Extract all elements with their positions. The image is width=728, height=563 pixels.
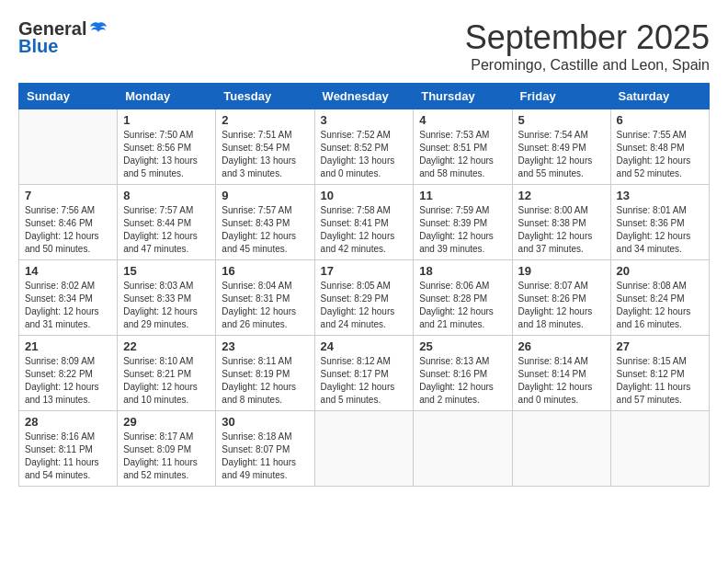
day-number: 26	[518, 339, 605, 353]
calendar-day-cell: 30Sunrise: 8:18 AMSunset: 8:07 PMDayligh…	[216, 411, 314, 487]
day-info: Sunrise: 8:16 AMSunset: 8:11 PMDaylight:…	[25, 431, 111, 482]
calendar-day-cell: 1Sunrise: 7:50 AMSunset: 8:56 PMDaylight…	[118, 109, 216, 185]
day-number: 11	[419, 189, 506, 202]
calendar-day-cell: 5Sunrise: 7:54 AMSunset: 8:49 PMDaylight…	[512, 109, 610, 185]
day-number: 18	[419, 264, 506, 278]
calendar-day-cell: 10Sunrise: 7:58 AMSunset: 8:41 PMDayligh…	[314, 185, 414, 260]
day-number: 14	[25, 264, 111, 278]
day-info: Sunrise: 7:57 AMSunset: 8:44 PMDaylight:…	[123, 204, 210, 256]
day-number: 20	[617, 264, 703, 278]
day-info: Sunrise: 7:58 AMSunset: 8:41 PMDaylight:…	[321, 204, 408, 256]
day-number: 3	[321, 113, 408, 127]
page-header: General Blue September 2025 Peromingo, C…	[18, 18, 710, 74]
day-info: Sunrise: 8:14 AMSunset: 8:14 PMDaylight:…	[518, 355, 605, 407]
calendar-day-cell: 22Sunrise: 8:10 AMSunset: 8:21 PMDayligh…	[118, 336, 216, 411]
calendar-day-cell: 12Sunrise: 8:00 AMSunset: 8:38 PMDayligh…	[512, 185, 610, 260]
day-info: Sunrise: 7:50 AMSunset: 8:56 PMDaylight:…	[123, 129, 210, 180]
calendar-table: Sunday Monday Tuesday Wednesday Thursday…	[18, 83, 710, 487]
day-number: 21	[25, 339, 111, 353]
title-area: September 2025 Peromingo, Castille and L…	[465, 18, 710, 74]
calendar-day-cell: 6Sunrise: 7:55 AMSunset: 8:48 PMDaylight…	[610, 109, 709, 185]
day-number: 13	[617, 189, 703, 202]
calendar-day-cell	[19, 109, 118, 185]
day-info: Sunrise: 8:12 AMSunset: 8:17 PMDaylight:…	[321, 355, 408, 407]
calendar-day-cell	[314, 411, 414, 487]
calendar-day-cell: 11Sunrise: 7:59 AMSunset: 8:39 PMDayligh…	[414, 185, 512, 260]
day-info: Sunrise: 8:10 AMSunset: 8:21 PMDaylight:…	[123, 355, 210, 407]
day-number: 30	[222, 415, 308, 429]
logo-blue-text: Blue	[18, 36, 58, 57]
day-info: Sunrise: 7:52 AMSunset: 8:52 PMDaylight:…	[321, 129, 408, 180]
calendar-day-cell: 8Sunrise: 7:57 AMSunset: 8:44 PMDaylight…	[118, 185, 216, 260]
calendar-week-row: 14Sunrise: 8:02 AMSunset: 8:34 PMDayligh…	[19, 260, 710, 336]
calendar-day-cell: 19Sunrise: 8:07 AMSunset: 8:26 PMDayligh…	[512, 260, 610, 336]
day-number: 15	[123, 264, 210, 278]
day-number: 25	[419, 339, 506, 353]
calendar-day-cell: 14Sunrise: 8:02 AMSunset: 8:34 PMDayligh…	[19, 260, 118, 336]
calendar-day-cell: 9Sunrise: 7:57 AMSunset: 8:43 PMDaylight…	[216, 185, 314, 260]
calendar-day-cell: 3Sunrise: 7:52 AMSunset: 8:52 PMDaylight…	[314, 109, 414, 185]
day-number: 2	[222, 113, 308, 127]
day-info: Sunrise: 8:03 AMSunset: 8:33 PMDaylight:…	[123, 280, 210, 331]
day-number: 8	[123, 189, 210, 202]
day-number: 19	[518, 264, 605, 278]
day-info: Sunrise: 8:13 AMSunset: 8:16 PMDaylight:…	[419, 355, 506, 407]
calendar-day-cell: 13Sunrise: 8:01 AMSunset: 8:36 PMDayligh…	[610, 185, 709, 260]
day-info: Sunrise: 7:59 AMSunset: 8:39 PMDaylight:…	[419, 204, 506, 256]
calendar-day-cell: 20Sunrise: 8:08 AMSunset: 8:24 PMDayligh…	[610, 260, 709, 336]
day-info: Sunrise: 7:55 AMSunset: 8:48 PMDaylight:…	[617, 129, 703, 180]
logo-bird-icon	[88, 19, 108, 40]
day-info: Sunrise: 8:00 AMSunset: 8:38 PMDaylight:…	[518, 204, 605, 256]
day-number: 28	[25, 415, 111, 429]
calendar-day-cell: 29Sunrise: 8:17 AMSunset: 8:09 PMDayligh…	[118, 411, 216, 487]
day-info: Sunrise: 8:15 AMSunset: 8:12 PMDaylight:…	[617, 355, 703, 407]
header-sunday: Sunday	[19, 84, 118, 109]
day-info: Sunrise: 7:51 AMSunset: 8:54 PMDaylight:…	[222, 129, 308, 180]
day-number: 29	[123, 415, 210, 429]
calendar-day-cell	[610, 411, 709, 487]
day-number: 6	[617, 113, 703, 127]
calendar-day-cell: 17Sunrise: 8:05 AMSunset: 8:29 PMDayligh…	[314, 260, 414, 336]
day-number: 9	[222, 189, 308, 202]
day-info: Sunrise: 8:11 AMSunset: 8:19 PMDaylight:…	[222, 355, 308, 407]
day-info: Sunrise: 7:56 AMSunset: 8:46 PMDaylight:…	[25, 204, 111, 256]
header-thursday: Thursday	[414, 84, 512, 109]
day-number: 24	[321, 339, 408, 353]
calendar-header-row: Sunday Monday Tuesday Wednesday Thursday…	[19, 84, 710, 109]
day-info: Sunrise: 8:04 AMSunset: 8:31 PMDaylight:…	[222, 280, 308, 331]
calendar-week-row: 28Sunrise: 8:16 AMSunset: 8:11 PMDayligh…	[19, 411, 710, 487]
header-monday: Monday	[118, 84, 216, 109]
logo: General Blue	[18, 18, 108, 57]
day-number: 27	[617, 339, 703, 353]
day-number: 4	[419, 113, 506, 127]
day-info: Sunrise: 8:07 AMSunset: 8:26 PMDaylight:…	[518, 280, 605, 331]
calendar-day-cell: 16Sunrise: 8:04 AMSunset: 8:31 PMDayligh…	[216, 260, 314, 336]
day-info: Sunrise: 8:08 AMSunset: 8:24 PMDaylight:…	[617, 280, 703, 331]
calendar-week-row: 7Sunrise: 7:56 AMSunset: 8:46 PMDaylight…	[19, 185, 710, 260]
calendar-week-row: 21Sunrise: 8:09 AMSunset: 8:22 PMDayligh…	[19, 336, 710, 411]
day-number: 10	[321, 189, 408, 202]
calendar-day-cell: 26Sunrise: 8:14 AMSunset: 8:14 PMDayligh…	[512, 336, 610, 411]
day-number: 1	[123, 113, 210, 127]
calendar-week-row: 1Sunrise: 7:50 AMSunset: 8:56 PMDaylight…	[19, 109, 710, 185]
day-info: Sunrise: 8:06 AMSunset: 8:28 PMDaylight:…	[419, 280, 506, 331]
header-wednesday: Wednesday	[314, 84, 414, 109]
header-saturday: Saturday	[610, 84, 709, 109]
calendar-day-cell: 15Sunrise: 8:03 AMSunset: 8:33 PMDayligh…	[118, 260, 216, 336]
calendar-day-cell: 2Sunrise: 7:51 AMSunset: 8:54 PMDaylight…	[216, 109, 314, 185]
calendar-day-cell: 25Sunrise: 8:13 AMSunset: 8:16 PMDayligh…	[414, 336, 512, 411]
day-info: Sunrise: 7:57 AMSunset: 8:43 PMDaylight:…	[222, 204, 308, 256]
calendar-day-cell	[414, 411, 512, 487]
day-info: Sunrise: 8:18 AMSunset: 8:07 PMDaylight:…	[222, 431, 308, 482]
calendar-day-cell: 23Sunrise: 8:11 AMSunset: 8:19 PMDayligh…	[216, 336, 314, 411]
header-tuesday: Tuesday	[216, 84, 314, 109]
header-friday: Friday	[512, 84, 610, 109]
day-number: 23	[222, 339, 308, 353]
calendar-day-cell: 4Sunrise: 7:53 AMSunset: 8:51 PMDaylight…	[414, 109, 512, 185]
day-info: Sunrise: 7:54 AMSunset: 8:49 PMDaylight:…	[518, 129, 605, 180]
day-info: Sunrise: 8:09 AMSunset: 8:22 PMDaylight:…	[25, 355, 111, 407]
day-number: 22	[123, 339, 210, 353]
day-info: Sunrise: 8:05 AMSunset: 8:29 PMDaylight:…	[321, 280, 408, 331]
calendar-day-cell: 28Sunrise: 8:16 AMSunset: 8:11 PMDayligh…	[19, 411, 118, 487]
day-info: Sunrise: 8:02 AMSunset: 8:34 PMDaylight:…	[25, 280, 111, 331]
